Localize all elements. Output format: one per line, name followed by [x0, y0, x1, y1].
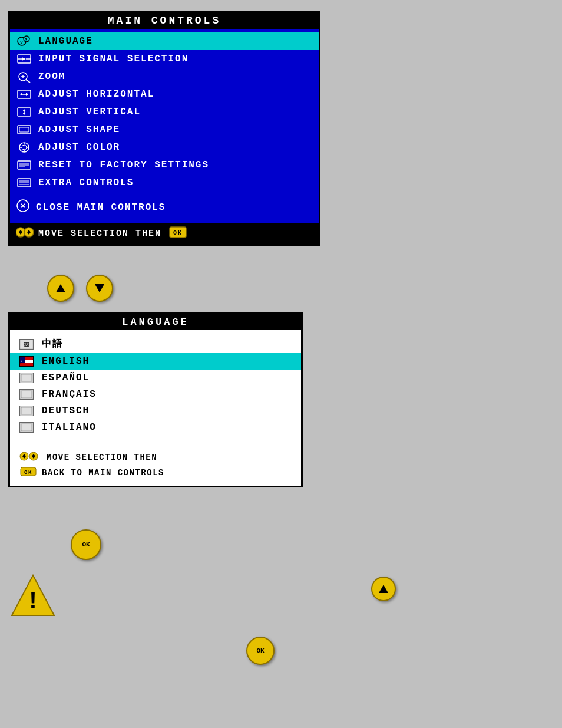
lang-footer-divider: [10, 443, 301, 443]
lang-footer-text2: BACK TO MAIN CONTROLS: [42, 468, 164, 477]
svg-rect-21: [19, 127, 29, 132]
svg-rect-52: [20, 364, 33, 366]
menu-item-input-label: INPUT SIGNAL SELECTION: [38, 54, 189, 64]
francais-flag-icon: [19, 389, 34, 400]
input-icon: [16, 52, 32, 65]
extra-icon: [16, 176, 32, 189]
svg-text:OK: OK: [173, 230, 183, 236]
language-icon: ? 3: [16, 35, 32, 48]
menu-item-language[interactable]: ? 3 LANGUAGE: [10, 32, 319, 50]
main-controls-panel: MAIN CONTROLS ? 3 LANGUAGE: [8, 11, 320, 246]
svg-rect-55: [20, 373, 33, 383]
lang-francais-label: FRANÇAIS: [42, 389, 97, 400]
lang-item-chinese[interactable]: 🖼 中語: [10, 335, 301, 353]
menu-item-zoom-label: ZOOM: [38, 71, 65, 82]
down-arrow-button[interactable]: [86, 275, 113, 302]
menu-item-shape-label: ADJUST SHAPE: [38, 124, 120, 135]
shape-icon: [16, 123, 32, 136]
deutsch-flag-icon: [19, 406, 34, 416]
main-menu-list: ? 3 LANGUAGE INPUT SIGNAL SELECTION: [10, 29, 319, 223]
menu-item-color[interactable]: ADJUST COLOR: [10, 139, 319, 156]
language-panel: LANGUAGE 🖼 中語 ★: [8, 312, 303, 487]
menu-item-extra[interactable]: EXTRA CONTROLS: [10, 174, 319, 192]
close-main-controls[interactable]: CLOSE MAIN CONTROLS: [10, 195, 319, 219]
up-arrow-button[interactable]: [47, 275, 74, 302]
svg-text:!: !: [26, 589, 40, 615]
lang-footer: MOVE SELECTION THEN OK BACK TO MAIN CONT…: [10, 446, 301, 486]
svg-text:OK: OK: [24, 470, 32, 476]
menu-item-reset-label: RESET TO FACTORY SETTINGS: [38, 160, 209, 170]
lang-item-francais[interactable]: FRANÇAIS: [10, 386, 301, 403]
small-up-arrow-right[interactable]: [371, 577, 396, 601]
main-controls-title: MAIN CONTROLS: [10, 12, 319, 29]
svg-marker-17: [22, 109, 26, 111]
lang-item-italiano[interactable]: ITALIANO: [10, 419, 301, 436]
svg-marker-13: [20, 93, 22, 96]
footer-label: MOVE SELECTION THEN: [38, 229, 161, 239]
ok-box-icon: OK: [168, 226, 187, 242]
lang-chinese-label: 中語: [42, 338, 63, 350]
lang-footer-line1: MOVE SELECTION THEN: [19, 450, 292, 465]
horizontal-icon: [16, 88, 32, 101]
menu-item-vertical[interactable]: ADJUST VERTICAL: [10, 103, 319, 121]
english-flag-icon: ★: [19, 356, 34, 367]
svg-marker-45: [56, 284, 65, 292]
svg-marker-18: [22, 113, 26, 115]
lang-footer-text1: MOVE SELECTION THEN: [47, 453, 157, 462]
menu-item-reset[interactable]: RESET TO FACTORY SETTINGS: [10, 156, 319, 174]
nav-arrows-section: [47, 275, 113, 302]
menu-item-zoom[interactable]: ZOOM: [10, 68, 319, 85]
svg-point-23: [22, 145, 27, 150]
chinese-flag-icon: 🖼: [19, 339, 34, 350]
lang-item-deutsch[interactable]: DEUTSCH: [10, 403, 301, 419]
svg-marker-46: [95, 284, 104, 292]
menu-item-horizontal-label: ADJUST HORIZONTAL: [38, 89, 154, 100]
close-icon: [16, 199, 30, 216]
lang-espanol-label: ESPAÑOL: [42, 373, 90, 383]
main-controls-footer: MOVE SELECTION THEN OK: [10, 223, 319, 245]
zoom-icon: [16, 70, 32, 83]
svg-marker-71: [379, 585, 388, 593]
ok-button-label: OK: [82, 541, 90, 548]
svg-marker-6: [22, 57, 26, 61]
menu-item-language-label: LANGUAGE: [38, 36, 93, 47]
menu-item-shape[interactable]: ADJUST SHAPE: [10, 121, 319, 139]
menu-item-horizontal[interactable]: ADJUST HORIZONTAL: [10, 85, 319, 103]
menu-item-vertical-label: ADJUST VERTICAL: [38, 107, 141, 117]
menu-item-input-signal[interactable]: INPUT SIGNAL SELECTION: [10, 50, 319, 68]
close-main-controls-label: CLOSE MAIN CONTROLS: [36, 202, 166, 213]
svg-rect-57: [20, 390, 33, 399]
footer-icon-left: [16, 226, 35, 242]
lang-deutsch-label: DEUTSCH: [42, 406, 90, 416]
ok-button-bottom[interactable]: OK: [246, 637, 275, 665]
svg-text:3: 3: [25, 38, 28, 42]
color-icon: [16, 141, 32, 154]
lang-item-espanol[interactable]: ESPAÑOL: [10, 370, 301, 386]
lang-footer-icon2: OK: [19, 466, 37, 480]
lang-item-english[interactable]: ★ ENGLISH: [10, 353, 301, 370]
italiano-flag-icon: [19, 422, 34, 433]
svg-text:🖼: 🖼: [24, 342, 30, 348]
svg-line-9: [26, 80, 30, 83]
menu-item-color-label: ADJUST COLOR: [38, 142, 120, 153]
lang-footer-icon1: [19, 450, 42, 465]
espanol-flag-icon: [19, 373, 34, 383]
ok-button-large[interactable]: OK: [71, 529, 101, 560]
language-list: 🖼 中語 ★ ENGLISH: [10, 330, 301, 440]
lang-english-label: ENGLISH: [42, 356, 90, 367]
reset-icon: [16, 159, 32, 172]
menu-item-extra-label: EXTRA CONTROLS: [38, 177, 134, 188]
language-title: LANGUAGE: [10, 314, 301, 330]
svg-marker-14: [26, 93, 28, 96]
warning-triangle: !: [9, 572, 57, 622]
lang-italiano-label: ITALIANO: [42, 422, 97, 433]
vertical-icon: [16, 106, 32, 118]
svg-text:★: ★: [21, 359, 24, 363]
svg-rect-61: [20, 423, 33, 432]
lang-footer-line2: OK BACK TO MAIN CONTROLS: [19, 466, 292, 480]
ok-button-bottom-label: OK: [256, 647, 264, 654]
svg-rect-59: [20, 406, 33, 416]
